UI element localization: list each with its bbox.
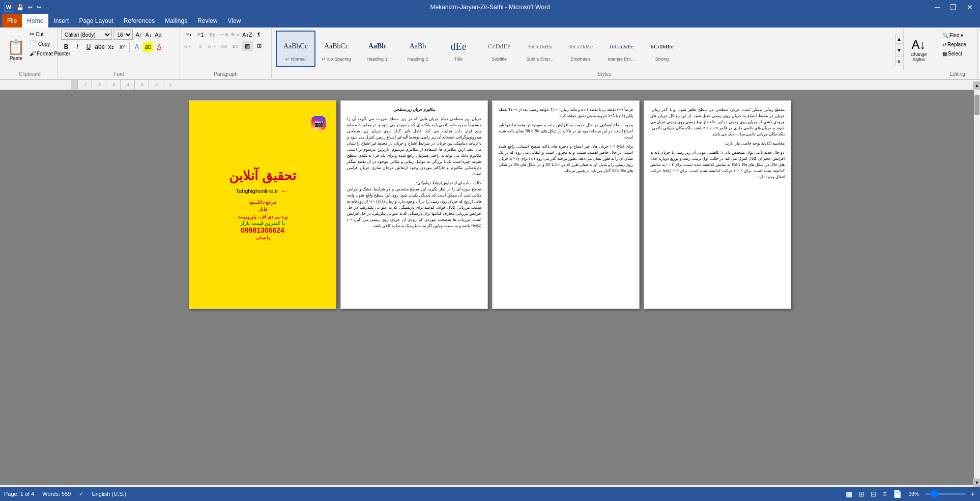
title-bar-controls: ─ ❐ ✕ [932, 3, 976, 11]
status-bar: Page: 1 of 4 Words: 559 ✓ English (U.S.)… [0, 487, 980, 501]
superscript-button[interactable]: x² [117, 42, 127, 52]
font-format-row: B I U abc x₂ x² A ab A [61, 42, 177, 52]
select-button[interactable]: ▦ Select [940, 50, 964, 58]
menu-insert[interactable]: Insert [48, 14, 74, 27]
style-subtle-emphasis-preview: 3bCcDdEe [528, 36, 552, 57]
quick-access-toolbar: 💾 ↩ ↪ [15, 4, 43, 11]
font-size-select[interactable]: 16 [113, 30, 133, 40]
zoom-in-button[interactable]: + [970, 490, 976, 498]
style-intense-emphasis-label: Intense Em... [608, 57, 635, 62]
style-strong-preview: bCcDdEe [650, 36, 673, 57]
draft-view[interactable]: 📄 [892, 490, 903, 498]
page-1: 📷 تحقیق آنلاین Tahghighonline.ir ← مرجع … [189, 100, 336, 309]
menu-home[interactable]: Home [22, 14, 48, 27]
styles-scroll-up[interactable]: ▲ [895, 34, 903, 44]
redo-button[interactable]: ↪ [35, 4, 43, 11]
style-heading1[interactable]: AaBb Heading 1 [357, 31, 397, 67]
sort-button[interactable]: A↕Z [242, 30, 253, 40]
change-styles-button[interactable]: A↓ Change Styles [903, 30, 934, 70]
page-1-content: 📷 تحقیق آنلاین Tahghighonline.ir ← مرجع … [189, 101, 336, 309]
ruler: -7 -6 -5 -4 -3 -2 -1 [0, 80, 980, 90]
align-right-button[interactable]: ≡→ [207, 41, 218, 51]
style-intense-emphasis[interactable]: 1bCcDdEe Intense Em... [601, 31, 641, 67]
restore-button[interactable]: ❐ [947, 3, 960, 11]
numbering-button[interactable]: ≡1 [195, 30, 206, 40]
menu-file[interactable]: File [2, 14, 22, 27]
style-subtitle[interactable]: CcDdEe Subtitle [479, 31, 519, 67]
ruler-mark-2: -2 [149, 80, 163, 90]
outline-view[interactable]: ≡ [882, 490, 888, 498]
styles-gallery: AaBbCc ↵ Normal AaBbCc ↵ No Spacing AaBb… [275, 30, 895, 70]
multilevel-list-button[interactable]: ≡↕ [207, 30, 218, 40]
style-subtle-emphasis-label: Subtle Emp... [526, 57, 554, 62]
bullets-button[interactable]: ≡• [183, 30, 194, 40]
menu-review[interactable]: Review [192, 14, 222, 27]
ruler-mark-5: -5 [106, 80, 120, 90]
style-heading2[interactable]: AaBb Heading 2 [398, 31, 438, 67]
increase-font-button[interactable]: A↑ [134, 30, 143, 39]
line-spacing-button[interactable]: ↕≡ [230, 41, 241, 51]
shading-button[interactable]: ▨ [242, 41, 253, 51]
print-layout-view[interactable]: ▦ [845, 490, 853, 498]
style-emphasis[interactable]: 3bCcDdEe Emphasis [561, 31, 600, 67]
minimize-button[interactable]: ─ [932, 3, 943, 11]
vertical-scrollbar[interactable]: ▲ ▼ [974, 81, 980, 487]
style-title-preview: dEe [450, 36, 466, 57]
align-center-button[interactable]: ≡ [195, 41, 206, 51]
close-button[interactable]: ✕ [964, 3, 976, 11]
increase-indent-button[interactable]: ≡→ [230, 30, 241, 40]
style-no-spacing[interactable]: AaBbCc ↵ No Spacing [316, 31, 356, 67]
styles-more-button[interactable]: ≡ [895, 56, 903, 66]
style-subtitle-preview: CcDdEe [488, 36, 510, 57]
page-ref-label: مرجع دانلـــود [249, 199, 277, 206]
undo-button[interactable]: ↩ [26, 4, 34, 11]
paste-label: Paste [10, 55, 23, 61]
decrease-font-button[interactable]: A↓ [144, 30, 153, 39]
underline-button[interactable]: U [83, 42, 94, 52]
menu-page-layout[interactable]: Page Layout [74, 14, 118, 27]
zoom-slider[interactable] [925, 493, 966, 495]
paragraph-label: Paragraph [180, 71, 271, 77]
paragraph-group: ≡• ≡1 ≡↕ ←≡ ≡→ A↕Z ¶ ≡← ≡ ≡→ ≡≡ ↕≡ ▨ ⊞ [180, 29, 272, 78]
menu-mailings[interactable]: Mailings [160, 14, 192, 27]
status-left: Page: 1 of 4 Words: 559 ✓ English (U.S.) [4, 491, 126, 497]
menu-references[interactable]: References [119, 14, 160, 27]
style-normal[interactable]: AaBbCc ↵ Normal [276, 31, 315, 67]
bold-button[interactable]: B [61, 42, 71, 52]
italic-button[interactable]: I [72, 42, 82, 52]
style-subtle-emphasis[interactable]: 3bCcDdEe Subtle Emp... [520, 31, 560, 67]
font-color-button[interactable]: A [154, 42, 164, 52]
borders-button[interactable]: ⊞ [253, 41, 265, 51]
strikethrough-button[interactable]: abc [95, 42, 105, 52]
clear-format-button[interactable]: Aa [154, 30, 163, 39]
decrease-indent-button[interactable]: ←≡ [218, 30, 229, 40]
show-marks-button[interactable]: ¶ [253, 30, 265, 40]
font-family-select[interactable]: Calibri (Body) [61, 30, 112, 40]
text-effects-button[interactable]: A [132, 42, 142, 52]
page-2-body3: سطح جوزه ای را در نظر بگیرید. این سطح مش… [347, 186, 481, 229]
zoom-level: 39% [909, 491, 919, 497]
select-label: Select [948, 51, 962, 57]
paste-button[interactable]: 📋 Paste [5, 30, 27, 70]
replace-button[interactable]: ⇄ Replace [940, 41, 968, 48]
scroll-up-button[interactable]: ▲ [973, 81, 980, 90]
menu-view[interactable]: View [223, 14, 246, 27]
ribbon: 📋 Paste ✂ Cut 📄 Copy 🖌 Format Painter [0, 27, 980, 79]
subscript-button[interactable]: x₂ [106, 42, 116, 52]
justify-button[interactable]: ≡≡ [218, 41, 229, 51]
ruler-mark-3: -3 [134, 80, 149, 90]
instagram-badge: 📷 [311, 116, 326, 130]
style-strong[interactable]: bCcDdEe Strong [642, 31, 682, 67]
highlight-button[interactable]: ab [143, 42, 153, 52]
format-painter-icon: 🖌 [30, 50, 36, 57]
full-screen-view[interactable]: ⊞ [857, 490, 866, 498]
styles-scroll-down[interactable]: ▼ [895, 45, 903, 55]
web-layout-view[interactable]: ⊟ [870, 490, 878, 498]
style-title[interactable]: dEe Title [439, 31, 478, 67]
find-button[interactable]: 🔍 Find ▾ [940, 32, 965, 39]
styles-scroll-controls: ▲ ▼ ≡ [895, 34, 903, 66]
scroll-down-button[interactable]: ▼ [973, 479, 980, 487]
align-left-button[interactable]: ≡← [183, 41, 194, 51]
save-button[interactable]: 💾 [15, 4, 25, 11]
scroll-thumb[interactable] [974, 95, 979, 115]
